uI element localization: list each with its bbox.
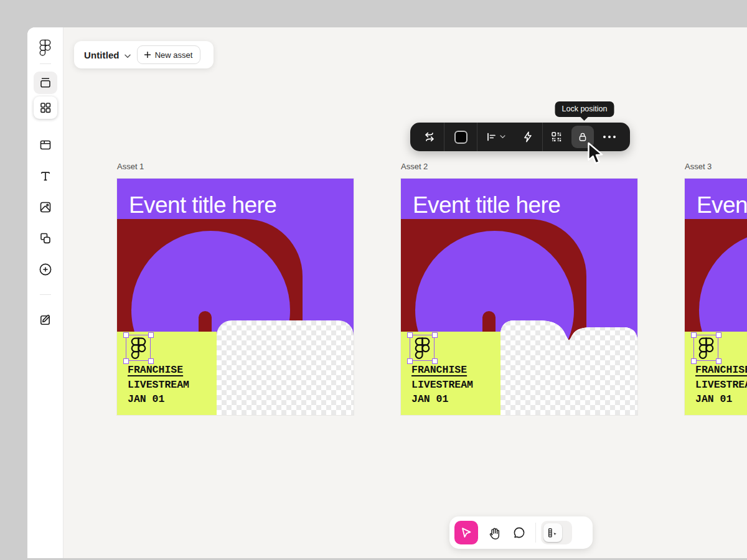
measure-tool-button[interactable] (541, 521, 572, 544)
logo-selection-box[interactable] (693, 335, 718, 361)
asset-label[interactable]: Asset 3 (685, 162, 747, 171)
ruler-cursor-icon (547, 526, 559, 539)
file-panel: Untitled New asset (74, 41, 214, 68)
more-options-button[interactable] (595, 123, 624, 151)
brand-text[interactable]: FRANCHISE LIVESTREAM JAN 01 (128, 363, 189, 407)
apply-to-all-button[interactable] (543, 123, 570, 151)
chevron-down-icon[interactable] (125, 50, 131, 61)
sidebar-item-slides[interactable] (34, 72, 57, 94)
event-title[interactable]: Event title here (697, 192, 747, 218)
selection-handle[interactable] (691, 332, 697, 338)
sidebar-item-drafts[interactable] (34, 309, 57, 331)
selection-handle[interactable] (407, 332, 413, 338)
card-figma-logo-icon (698, 337, 714, 359)
brand-text[interactable]: FRANCHISE LIVESTREAM JAN 01 (411, 363, 473, 407)
lock-icon (576, 131, 589, 143)
asset-frame: Asset 1 Event title here (117, 162, 354, 415)
swap-instance-button[interactable] (415, 123, 444, 151)
select-tool-button[interactable] (454, 521, 478, 544)
comment-tool-button[interactable] (507, 520, 532, 545)
design-canvas[interactable]: Untitled New asset Asset 1 Event title h… (63, 27, 747, 558)
selection-handle[interactable] (148, 332, 154, 338)
fill-swatch (454, 131, 467, 144)
figma-logo-icon[interactable] (37, 37, 54, 57)
card-figma-logo-icon (131, 337, 146, 359)
new-asset-button[interactable]: New asset (137, 45, 201, 64)
sidebar-item-add[interactable] (34, 258, 57, 281)
fill-color-button[interactable] (444, 123, 477, 151)
event-title[interactable]: Event title here (129, 192, 276, 218)
apply-grid-icon (550, 131, 563, 143)
sidebar-item-assets-grid[interactable] (34, 96, 57, 119)
image-placeholder[interactable] (217, 320, 354, 415)
asset-frame: Asset 2 Event title here (401, 162, 637, 415)
brand-text[interactable]: FRANCHISE LIVESTREAM JAN 01 (695, 363, 747, 407)
asset-card[interactable]: Event title here FRANCHISE LIVESTREAM (685, 179, 747, 415)
selection-handle[interactable] (716, 332, 721, 338)
asset-frame: Asset 3 Event title here (685, 162, 747, 415)
event-title[interactable]: Event title here (413, 192, 560, 218)
asset-card[interactable]: Event title here FRANCHISE LIVESTREAM (401, 179, 637, 415)
cursor-tool-icon (459, 526, 473, 539)
asset-label[interactable]: Asset 2 (401, 162, 637, 171)
hand-icon (487, 526, 502, 540)
text-align-button[interactable] (477, 123, 514, 151)
logo-selection-box[interactable] (126, 335, 151, 361)
new-asset-label: New asset (155, 50, 193, 60)
plus-icon (144, 51, 151, 58)
sidebar-item-text[interactable] (34, 165, 57, 187)
context-toolbar (410, 123, 630, 151)
lock-position-button[interactable] (571, 126, 594, 148)
bottom-toolbar (449, 516, 593, 549)
more-icon (603, 136, 616, 138)
asset-label[interactable]: Asset 1 (117, 162, 354, 171)
tool-sidebar (27, 27, 63, 558)
toolbar-divider (535, 523, 536, 543)
hand-tool-button[interactable] (482, 520, 507, 545)
comment-icon (512, 526, 526, 539)
quick-actions-button[interactable] (514, 123, 542, 151)
logo-selection-box[interactable] (410, 335, 435, 361)
file-name[interactable]: Untitled (84, 50, 120, 60)
selection-handle[interactable] (123, 332, 129, 338)
tooltip: Lock position (555, 101, 614, 117)
measure-key (543, 523, 562, 542)
align-left-icon (486, 131, 497, 142)
asset-card[interactable]: Event title here FRANCHISE LIVESTREAM (117, 179, 354, 415)
selection-handle[interactable] (432, 332, 438, 338)
sidebar-item-templates[interactable] (34, 134, 57, 156)
app-window: Untitled New asset Asset 1 Event title h… (27, 27, 747, 558)
sidebar-divider (40, 63, 51, 64)
sidebar-divider (40, 294, 51, 295)
card-figma-logo-icon (415, 337, 430, 359)
sidebar-item-shapes[interactable] (34, 227, 57, 250)
sidebar-item-image[interactable] (34, 196, 57, 218)
chevron-down-icon (500, 135, 505, 139)
swap-icon (422, 129, 437, 144)
lightning-icon (521, 130, 535, 144)
